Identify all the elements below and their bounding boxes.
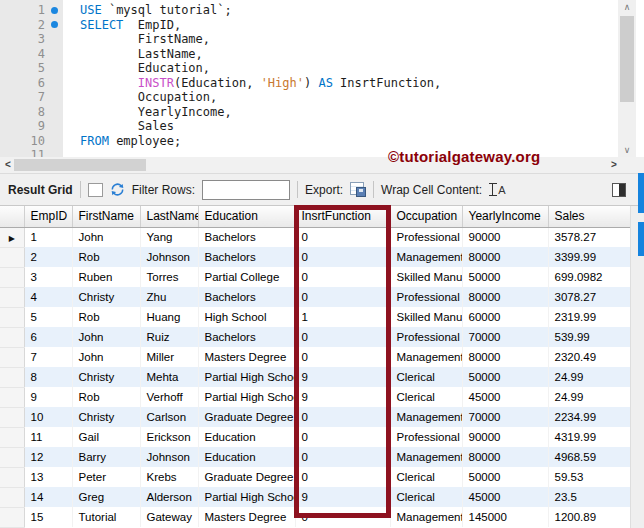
table-cell[interactable]: 24.99 bbox=[548, 387, 630, 407]
table-cell[interactable]: 0 bbox=[295, 407, 390, 427]
table-cell[interactable]: Skilled Manual bbox=[390, 267, 462, 287]
row-selector[interactable] bbox=[0, 347, 24, 367]
scroll-down-icon[interactable]: ∨ bbox=[618, 143, 636, 157]
row-selector[interactable] bbox=[0, 267, 24, 287]
table-cell[interactable]: 0 bbox=[295, 447, 390, 467]
table-cell[interactable]: Bachelors bbox=[198, 287, 295, 307]
table-cell[interactable]: Carlson bbox=[140, 407, 198, 427]
row-selector[interactable] bbox=[0, 327, 24, 347]
table-cell[interactable]: Management bbox=[390, 507, 462, 527]
table-cell[interactable]: Ruiz bbox=[140, 327, 198, 347]
column-header-yearlyincome[interactable]: YearlyIncome bbox=[462, 206, 548, 227]
table-cell[interactable]: 1200.89 bbox=[548, 507, 630, 527]
table-cell[interactable]: Education bbox=[198, 447, 295, 467]
table-cell[interactable]: 50000 bbox=[462, 267, 548, 287]
table-cell[interactable]: 0 bbox=[295, 287, 390, 307]
table-row[interactable]: 14GregAldersonPartial High School9Cleric… bbox=[0, 487, 630, 507]
grid-scrollbar-thumb[interactable] bbox=[638, 173, 644, 213]
table-cell[interactable]: Peter bbox=[72, 467, 140, 487]
table-cell[interactable]: 2 bbox=[24, 247, 72, 267]
code-line[interactable]: 8 YearlyIncome, bbox=[0, 105, 618, 120]
row-selector[interactable] bbox=[0, 427, 24, 447]
table-cell[interactable]: 50000 bbox=[462, 367, 548, 387]
table-cell[interactable]: 0 bbox=[295, 327, 390, 347]
row-selector[interactable] bbox=[0, 407, 24, 427]
table-row[interactable]: 3RubenTorresPartial College0Skilled Manu… bbox=[0, 267, 630, 287]
table-cell[interactable]: 3578.27 bbox=[548, 227, 630, 247]
table-cell[interactable]: 0 bbox=[295, 427, 390, 447]
table-cell[interactable]: 8 bbox=[24, 367, 72, 387]
grid-scrollbar-thumb[interactable] bbox=[638, 222, 644, 256]
table-cell[interactable]: Clerical bbox=[390, 387, 462, 407]
table-cell[interactable]: Huang bbox=[140, 307, 198, 327]
table-cell[interactable]: Zhu bbox=[140, 287, 198, 307]
table-cell[interactable]: 14 bbox=[24, 487, 72, 507]
table-cell[interactable]: 15 bbox=[24, 507, 72, 527]
table-row[interactable]: 9RobVerhoffPartial High School9Clerical4… bbox=[0, 387, 630, 407]
table-row[interactable]: 7JohnMillerMasters Degree0Management8000… bbox=[0, 347, 630, 367]
row-selector[interactable] bbox=[0, 307, 24, 327]
code-line[interactable]: 3 FirstName, bbox=[0, 32, 618, 47]
table-cell[interactable]: 9 bbox=[295, 487, 390, 507]
table-cell[interactable]: Johnson bbox=[140, 247, 198, 267]
row-selector[interactable] bbox=[0, 507, 24, 527]
table-cell[interactable]: Graduate Degree bbox=[198, 467, 295, 487]
table-cell[interactable]: Partial High School bbox=[198, 367, 295, 387]
table-cell[interactable]: 10 bbox=[24, 407, 72, 427]
grid-view-icon[interactable] bbox=[88, 183, 103, 197]
table-cell[interactable]: Graduate Degree bbox=[198, 407, 295, 427]
table-cell[interactable]: Masters Degree bbox=[198, 507, 295, 527]
table-cell[interactable]: 3 bbox=[24, 267, 72, 287]
side-panel-toggle-icon[interactable] bbox=[612, 183, 626, 197]
table-cell[interactable]: 70000 bbox=[462, 407, 548, 427]
table-cell[interactable]: 45000 bbox=[462, 487, 548, 507]
table-cell[interactable]: Professional bbox=[390, 327, 462, 347]
table-cell[interactable]: John bbox=[72, 327, 140, 347]
table-cell[interactable]: Alderson bbox=[140, 487, 198, 507]
table-cell[interactable]: 6 bbox=[24, 327, 72, 347]
column-header-insrtfunction[interactable]: InsrtFunction bbox=[295, 206, 390, 227]
table-cell[interactable]: Rob bbox=[72, 387, 140, 407]
table-cell[interactable]: Torres bbox=[140, 267, 198, 287]
table-cell[interactable]: Professional bbox=[390, 287, 462, 307]
table-cell[interactable]: 80000 bbox=[462, 347, 548, 367]
table-cell[interactable]: Management bbox=[390, 407, 462, 427]
table-row[interactable]: 5RobHuangHigh School1Skilled Manual60000… bbox=[0, 307, 630, 327]
table-cell[interactable]: Skilled Manual bbox=[390, 307, 462, 327]
column-header-empid[interactable]: EmpID bbox=[24, 206, 72, 227]
table-cell[interactable]: Professional bbox=[390, 227, 462, 247]
table-row[interactable]: 4ChristyZhuBachelors0Professional8000030… bbox=[0, 287, 630, 307]
table-cell[interactable]: 80000 bbox=[462, 247, 548, 267]
column-header-lastname[interactable]: LastName bbox=[140, 206, 198, 227]
table-cell[interactable]: Bachelors bbox=[198, 247, 295, 267]
table-cell[interactable]: 59.53 bbox=[548, 467, 630, 487]
table-cell[interactable]: 4968.59 bbox=[548, 447, 630, 467]
editor-horizontal-scrollbar[interactable]: < > bbox=[0, 157, 644, 173]
table-cell[interactable]: Christy bbox=[72, 287, 140, 307]
code-line[interactable]: 1USE `mysql tutorial`; bbox=[0, 3, 618, 18]
table-cell[interactable]: Partial High School bbox=[198, 387, 295, 407]
table-cell[interactable]: Mehta bbox=[140, 367, 198, 387]
table-cell[interactable]: Krebs bbox=[140, 467, 198, 487]
table-cell[interactable]: Ruben bbox=[72, 267, 140, 287]
table-cell[interactable]: 2319.99 bbox=[548, 307, 630, 327]
sql-editor[interactable]: 1USE `mysql tutorial`;2SELECT EmpID,3 Fi… bbox=[0, 0, 618, 157]
table-cell[interactable]: John bbox=[72, 347, 140, 367]
table-cell[interactable]: 4 bbox=[24, 287, 72, 307]
table-cell[interactable]: Christy bbox=[72, 367, 140, 387]
table-cell[interactable]: 50000 bbox=[462, 467, 548, 487]
table-cell[interactable]: 1 bbox=[295, 307, 390, 327]
table-cell[interactable]: 0 bbox=[295, 507, 390, 527]
table-cell[interactable]: Clerical bbox=[390, 487, 462, 507]
row-selector[interactable] bbox=[0, 387, 24, 407]
table-row[interactable]: 8ChristyMehtaPartial High School9Clerica… bbox=[0, 367, 630, 387]
table-cell[interactable]: 12 bbox=[24, 447, 72, 467]
table-cell[interactable]: Management bbox=[390, 347, 462, 367]
table-cell[interactable]: Bachelors bbox=[198, 227, 295, 247]
code-line[interactable]: 9 Sales bbox=[0, 119, 618, 134]
table-cell[interactable]: John bbox=[72, 227, 140, 247]
table-row[interactable]: 15TutorialGatewayMasters Degree0Manageme… bbox=[0, 507, 630, 527]
table-cell[interactable]: 45000 bbox=[462, 387, 548, 407]
table-cell[interactable]: 2320.49 bbox=[548, 347, 630, 367]
table-cell[interactable]: Management bbox=[390, 247, 462, 267]
